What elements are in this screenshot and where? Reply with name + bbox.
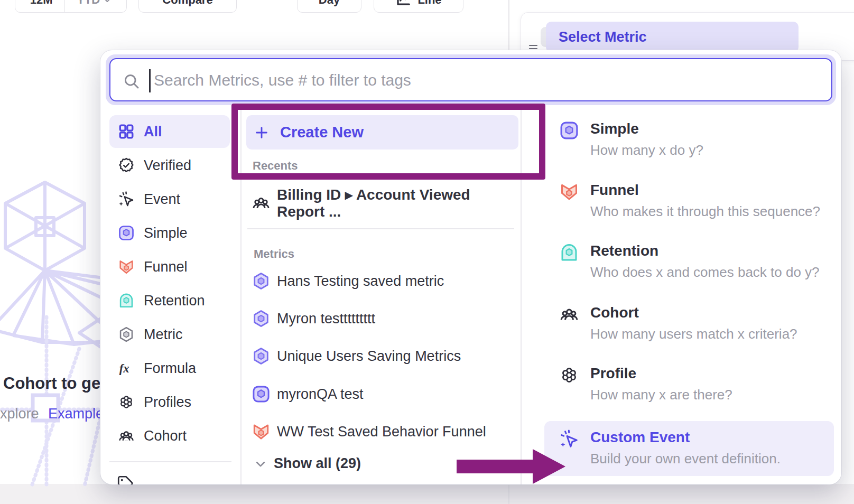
compare-button[interactable]: Compare — [138, 0, 237, 13]
type-item-profile[interactable]: Profile How many x are there? — [559, 365, 834, 403]
metric-list-item[interactable]: Hans Testing saved metric — [246, 264, 518, 298]
metric-list-item[interactable]: myronQA test — [246, 377, 518, 411]
create-new-button[interactable]: Create New — [246, 115, 518, 150]
sidebar-item-retention[interactable]: Retention — [109, 284, 230, 317]
sidebar-item-funnel[interactable]: Funnel — [109, 250, 230, 283]
type-item-cohort[interactable]: Cohort How many users match x criteria? — [559, 304, 834, 342]
middle-divider — [247, 228, 514, 229]
simple-square-icon — [118, 225, 135, 241]
range-12m-button[interactable]: 12M — [18, 0, 64, 12]
svg-text:fx: fx — [119, 362, 129, 375]
sidebar-item-label: Metric — [144, 326, 183, 343]
sidebar-item-label: Formula — [144, 360, 196, 377]
cohort-people-icon — [559, 304, 579, 324]
metric-item-label: myronQA test — [277, 386, 364, 403]
annotation-arrow — [457, 460, 535, 473]
app-root: 12M YTD Compare Day Line A Select Metric — [0, 0, 854, 504]
simple-square-icon — [559, 120, 579, 141]
sidebar-item-cohort[interactable]: Cohort — [109, 419, 230, 452]
profiles-flower-icon — [559, 365, 579, 385]
chart-type-line-button[interactable]: Line — [374, 0, 463, 13]
type-subtitle: How many x are there? — [590, 387, 834, 403]
type-item-custom-event[interactable]: Custom Event Build your own event defini… — [559, 429, 834, 467]
sidebar-item-label: Profiles — [144, 394, 191, 410]
type-item-simple[interactable]: Simple How many x do y? — [559, 120, 834, 158]
metric-list-item[interactable]: WW Test Saved Behavior Funnel — [246, 415, 518, 449]
type-subtitle: Who does x and comes back to do y? — [590, 264, 834, 281]
type-title: Cohort — [590, 304, 834, 321]
search-field[interactable] — [109, 58, 832, 101]
sidebar-item-label: All — [144, 124, 162, 140]
chevron-down-icon — [255, 458, 266, 470]
profiles-flower-icon — [118, 394, 135, 410]
sidebar-item-metric[interactable]: Metric — [109, 318, 230, 351]
sidebar-item-event[interactable]: Event — [109, 183, 230, 216]
explore-text: xplore — [0, 406, 39, 422]
annotation-arrow-head — [533, 449, 565, 484]
example-reports-link[interactable]: Example — [48, 406, 104, 422]
chevron-down-icon — [103, 0, 112, 4]
type-subtitle: How many x do y? — [590, 142, 834, 158]
type-title: Profile — [590, 365, 834, 382]
metric-hexagon-icon — [118, 326, 135, 343]
sidebar-item-label: Cohort — [144, 428, 187, 444]
retention-icon — [559, 242, 579, 263]
show-all-toggle[interactable]: Show all (29) — [255, 455, 361, 472]
type-title: Custom Event — [590, 429, 834, 446]
metric-item-label: WW Test Saved Behavior Funnel — [277, 424, 486, 440]
type-subtitle: How many users match x criteria? — [590, 326, 834, 342]
type-title: Funnel — [590, 182, 834, 199]
metric-list-item[interactable]: Unique Users Saving Metrics — [246, 339, 518, 373]
sidebar-item-label: Simple — [144, 225, 188, 241]
tag-icon[interactable] — [116, 474, 134, 484]
formula-fx-icon: fx — [118, 360, 135, 377]
sidebar-item-simple[interactable]: Simple — [109, 217, 230, 249]
simple-square-icon — [252, 385, 271, 404]
sidebar-item-label: Retention — [144, 293, 205, 309]
select-metric-dialog: All Verified Event Simple Funnel — [100, 50, 841, 484]
column-divider — [240, 109, 242, 484]
grid-icon — [118, 123, 135, 140]
granularity-day-button[interactable]: Day — [297, 0, 361, 13]
text-caret — [149, 69, 151, 92]
metrics-heading: Metrics — [254, 247, 294, 261]
background-headline-fragment: Cohort to ge — [3, 374, 100, 393]
metric-hexagon-purple-icon — [252, 272, 271, 291]
sidebar-item-label: Event — [144, 191, 180, 208]
search-icon — [122, 72, 141, 91]
search-focus-ring — [106, 54, 836, 105]
funnel-icon — [559, 182, 579, 202]
metric-list-item[interactable]: Myron testtttttttt — [246, 302, 518, 335]
recent-item-billing[interactable]: Billing ID ▸ Account Viewed Report ... — [246, 186, 518, 220]
sidebar-item-verified[interactable]: Verified — [109, 149, 230, 182]
sidebar-item-all[interactable]: All — [109, 115, 230, 148]
select-metric-pill[interactable]: Select Metric — [546, 22, 799, 52]
sidebar-item-formula[interactable]: fx Formula — [109, 352, 230, 385]
search-input[interactable] — [153, 59, 778, 101]
range-ytd-button[interactable]: YTD — [65, 0, 123, 12]
funnel-icon — [118, 258, 135, 275]
plus-icon — [254, 125, 270, 141]
metric-hexagon-purple-icon — [252, 347, 271, 366]
type-title: Retention — [590, 242, 834, 259]
retention-icon — [118, 292, 135, 309]
metric-item-label: Hans Testing saved metric — [277, 273, 444, 290]
event-cursor-icon — [118, 191, 135, 208]
metric-item-label: Myron testtttttttt — [277, 311, 375, 327]
cohort-people-icon — [118, 427, 135, 444]
line-chart-icon — [395, 0, 411, 8]
type-item-retention[interactable]: Retention Who does x and comes back to d… — [559, 242, 834, 281]
verified-seal-icon — [118, 157, 135, 174]
cohort-people-icon — [252, 193, 271, 212]
date-range-segmented-control: 12M YTD — [15, 0, 127, 13]
recent-item-label: Billing ID ▸ Account Viewed Report ... — [277, 186, 518, 220]
sidebar-item-profiles[interactable]: Profiles — [109, 386, 230, 418]
metric-item-label: Unique Users Saving Metrics — [277, 348, 461, 365]
column-divider — [521, 109, 522, 484]
wireframe-illustration — [0, 174, 100, 497]
type-item-funnel[interactable]: Funnel Who makes it through this sequenc… — [559, 182, 834, 220]
metric-hexagon-purple-icon — [252, 309, 271, 328]
background-explore-line: xplore Example — [0, 406, 104, 422]
event-cursor-icon — [559, 429, 579, 449]
type-subtitle: Who makes it through this sequence? — [590, 203, 834, 220]
